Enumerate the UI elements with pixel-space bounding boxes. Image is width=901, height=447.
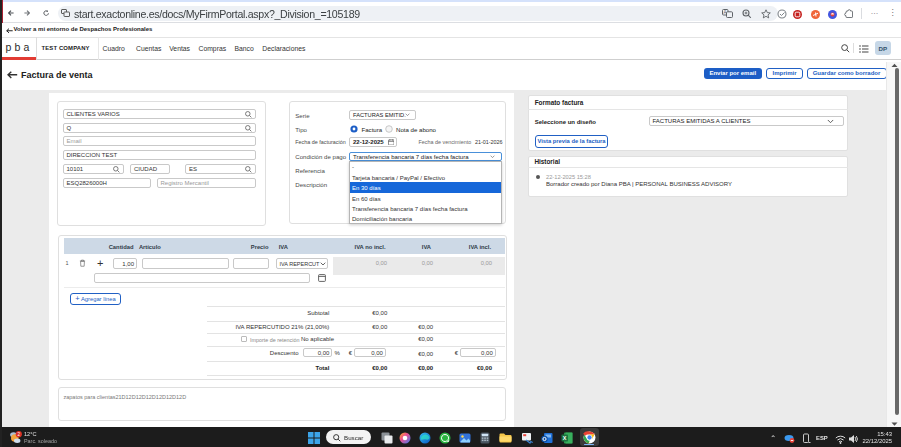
svg-text:X: X xyxy=(563,435,567,441)
svg-text:2: 2 xyxy=(17,431,20,436)
